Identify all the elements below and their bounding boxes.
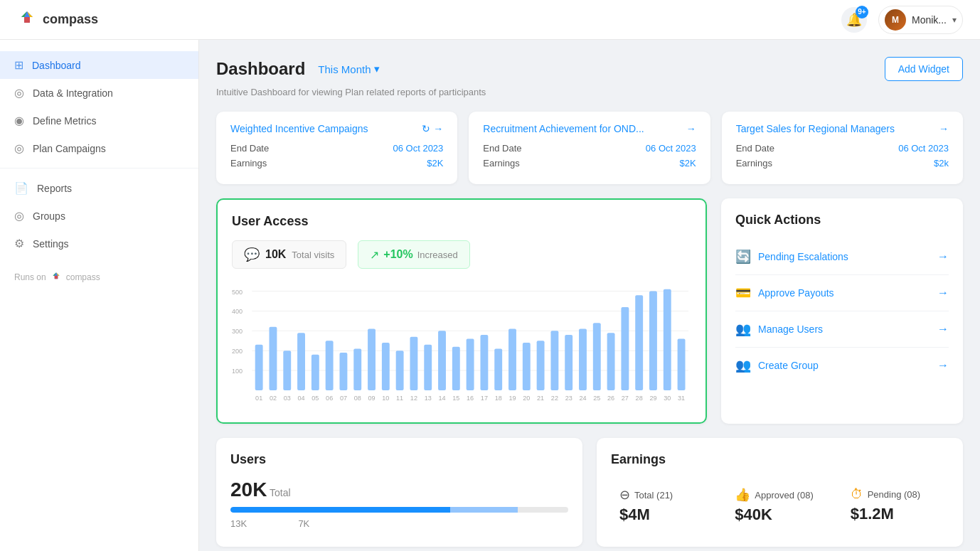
chevron-down-icon: ▾	[952, 15, 957, 25]
campaign-title-2[interactable]: Target Sales for Regional Managers →	[736, 123, 949, 134]
svg-text:08: 08	[354, 395, 361, 402]
notification-button[interactable]: 🔔 9+	[841, 7, 867, 33]
app-logo: compass	[17, 10, 98, 30]
svg-rect-39	[621, 307, 629, 390]
users-stat-row: 20K Total	[230, 478, 568, 501]
svg-text:07: 07	[340, 395, 347, 402]
svg-rect-26	[438, 331, 446, 390]
qa-item-create-group[interactable]: 👥 Create Group →	[735, 348, 949, 383]
bottom-row: User Access 💬 10K Total visits ↗ +10% In…	[216, 198, 963, 424]
svg-text:100: 100	[232, 368, 243, 375]
svg-text:19: 19	[508, 395, 516, 402]
svg-text:23: 23	[565, 395, 572, 402]
users-card: Users 20K Total 13K 7K	[216, 438, 582, 547]
svg-rect-36	[579, 329, 587, 390]
user-access-title: User Access	[232, 214, 691, 229]
svg-rect-38	[607, 333, 615, 390]
arrow-icon: →	[937, 323, 949, 336]
users-progress-bar	[230, 507, 568, 513]
svg-rect-17	[311, 355, 319, 390]
avatar: M	[885, 9, 906, 31]
svg-text:13: 13	[425, 395, 432, 402]
campaign-title-0[interactable]: Weighted Incentive Campaigns ↻ →	[230, 123, 443, 134]
campaign-field-date-0: End Date 06 Oct 2023	[230, 143, 443, 154]
svg-text:27: 27	[622, 395, 629, 402]
earnings-card: Earnings ⊖ Total (21) $4M 👍 Approved (08…	[597, 438, 963, 547]
sidebar-item-dashboard[interactable]: ⊞ Dashboard	[0, 51, 198, 79]
quick-actions-title: Quick Actions	[735, 213, 949, 228]
total-icon: ⊖	[619, 487, 630, 503]
svg-rect-35	[565, 335, 572, 390]
arrow-icon: →	[939, 123, 949, 134]
users-sub-label-1: 13K	[230, 518, 247, 529]
svg-text:300: 300	[232, 328, 243, 335]
svg-text:16: 16	[467, 395, 474, 402]
app-name: compass	[43, 12, 98, 27]
users-sub-label-2: 7K	[298, 518, 309, 529]
sidebar-primary: ⊞ Dashboard ◎ Data & Integration ◉ Defin…	[0, 51, 198, 162]
campaign-field-earnings-0: Earnings $2K	[230, 158, 443, 168]
svg-rect-14	[270, 327, 277, 390]
svg-text:01: 01	[255, 395, 262, 402]
manage-users-label: Manage Users	[758, 323, 823, 335]
groups-icon: ◎	[14, 209, 24, 223]
pending-escalations-icon: 🔄	[735, 249, 751, 264]
earn-stat-approved: 👍 Approved (08) $40K	[726, 478, 833, 533]
svg-rect-15	[283, 351, 291, 390]
sidebar-item-label: Reports	[37, 183, 72, 194]
page-title: Dashboard	[216, 59, 305, 79]
svg-text:09: 09	[368, 395, 375, 402]
svg-text:04: 04	[298, 395, 305, 402]
earn-label-total: Total (21)	[634, 490, 673, 501]
svg-rect-37	[593, 323, 601, 390]
campaign-card-0: Weighted Incentive Campaigns ↻ → End Dat…	[216, 112, 457, 184]
bar-chart: 5004003002001000102030405060708091011121…	[232, 280, 691, 408]
sidebar-item-reports[interactable]: 📄 Reports	[0, 174, 198, 202]
sidebar-item-label: Data & Integration	[33, 87, 113, 99]
svg-text:02: 02	[270, 395, 277, 402]
svg-rect-33	[537, 341, 545, 390]
sidebar-item-label: Plan Campaigns	[33, 143, 106, 154]
qa-item-approve-payouts[interactable]: 💳 Approve Payouts →	[735, 275, 949, 311]
svg-text:11: 11	[396, 395, 403, 402]
sidebar-item-data-integration[interactable]: ◎ Data & Integration	[0, 79, 198, 107]
user-menu[interactable]: M Monik... ▾	[878, 6, 963, 34]
define-metrics-icon: ◉	[14, 114, 24, 127]
add-widget-button[interactable]: Add Widget	[885, 57, 963, 81]
campaign-field-date-2: End Date 06 Oct 2023	[736, 143, 949, 154]
svg-text:14: 14	[438, 395, 445, 402]
approved-icon: 👍	[735, 487, 750, 503]
dashboard-header: Dashboard This Month ▾ Add Widget	[216, 57, 963, 81]
period-selector[interactable]: This Month ▾	[314, 61, 383, 77]
svg-rect-7	[54, 276, 58, 279]
chat-icon: 💬	[244, 247, 260, 262]
svg-text:03: 03	[284, 395, 291, 402]
sidebar: ⊞ Dashboard ◎ Data & Integration ◉ Defin…	[0, 40, 199, 551]
users-sub-labels: 13K 7K	[230, 518, 568, 529]
increased-badge: ↗ +10% Increased	[358, 240, 469, 269]
qa-item-manage-users[interactable]: 👥 Manage Users →	[735, 311, 949, 348]
sidebar-item-define-metrics[interactable]: ◉ Define Metrics	[0, 107, 198, 134]
increased-value: +10%	[383, 248, 412, 261]
campaign-title-1[interactable]: Recruitment Achievement for OND... →	[483, 123, 696, 134]
sidebar-item-label: Define Metrics	[33, 115, 96, 127]
svg-text:400: 400	[232, 308, 243, 315]
svg-text:26: 26	[607, 395, 614, 402]
reports-icon: 📄	[14, 181, 28, 195]
sidebar-item-plan-campaigns[interactable]: ◎ Plan Campaigns	[0, 134, 198, 162]
users-earnings-row: Users 20K Total 13K 7K Earnings	[216, 438, 963, 547]
sidebar-item-groups[interactable]: ◎ Groups	[0, 202, 198, 230]
create-group-label: Create Group	[758, 360, 819, 371]
approve-payouts-icon: 💳	[735, 285, 751, 301]
svg-rect-13	[255, 345, 263, 390]
sidebar-item-settings[interactable]: ⚙ Settings	[0, 230, 198, 257]
runs-on-brand: compass	[66, 272, 100, 282]
svg-rect-25	[424, 345, 432, 390]
svg-rect-42	[664, 289, 671, 390]
arrow-icon: →	[686, 123, 696, 134]
logo-icon	[17, 10, 37, 30]
sidebar-item-label: Settings	[33, 238, 69, 250]
stats-row: 💬 10K Total visits ↗ +10% Increased	[232, 240, 691, 269]
qa-item-pending-escalations[interactable]: 🔄 Pending Escalations →	[735, 239, 949, 275]
arrow-icon: →	[937, 250, 949, 263]
